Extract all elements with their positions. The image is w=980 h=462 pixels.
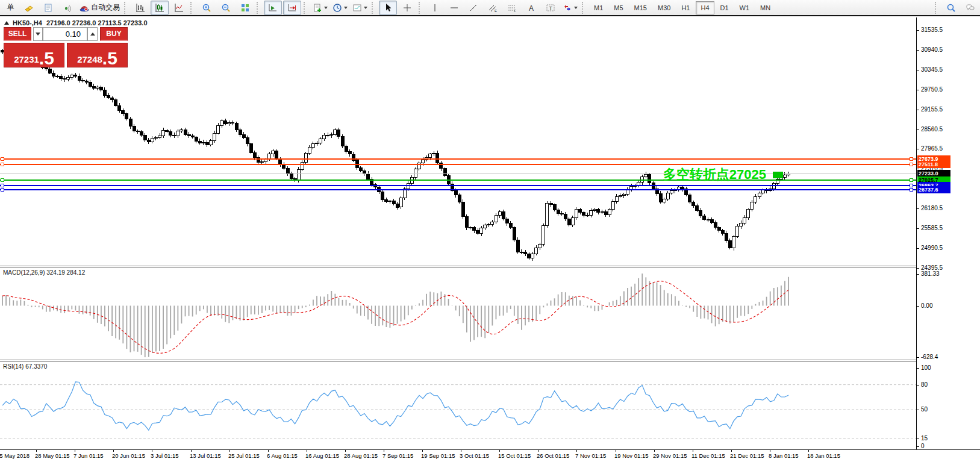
pane-splitter[interactable] [0, 360, 980, 362]
collapse-icon[interactable] [4, 21, 9, 25]
news-window-button[interactable] [39, 1, 57, 15]
buy-button[interactable]: BUY [100, 27, 128, 41]
tile-windows-button[interactable] [236, 1, 254, 15]
date-tick [422, 450, 423, 452]
volume-decrease-button[interactable] [33, 27, 43, 41]
axis-tick [917, 274, 919, 275]
date-label: 13 Jul 01:15 [190, 452, 221, 459]
date-tick [576, 450, 577, 452]
signals-icon [63, 3, 72, 13]
timeframe-mn-button[interactable]: MN [755, 1, 775, 14]
vertical-line-button[interactable] [426, 1, 444, 15]
date-label: 7 Sep 01:15 [382, 452, 413, 459]
date-label: 3 Oct 01:15 [460, 452, 489, 459]
price-axis-label: 25585.5 [921, 225, 943, 231]
arrows-button[interactable] [561, 1, 579, 15]
text-label-icon: T [546, 3, 555, 13]
svg-text:F: F [514, 9, 516, 13]
price-axis-label: 30940.5 [921, 46, 943, 53]
timeframe-h4-button[interactable]: H4 [696, 1, 714, 14]
periods-icon [332, 3, 342, 13]
periods-button[interactable] [331, 1, 349, 15]
date-tick [229, 450, 230, 452]
timeframe-w1-button[interactable]: W1 [735, 1, 755, 14]
axis-tick [917, 50, 919, 51]
chart-shift-button[interactable] [283, 1, 301, 15]
price-tag: 26737.6 [917, 186, 950, 193]
date-tick [808, 450, 809, 452]
horizontal-line-button[interactable] [445, 1, 463, 15]
chat-button[interactable] [961, 1, 979, 15]
line-chart-button[interactable] [170, 1, 188, 15]
timeframe-d1-button[interactable]: D1 [716, 1, 734, 14]
axis-tick [917, 208, 919, 209]
pivot-annotation[interactable]: 多空转折点27025 [663, 167, 766, 182]
date-label: 28 Aug 01:15 [344, 452, 378, 459]
bar-chart-button[interactable] [131, 1, 149, 15]
news-window-icon [43, 3, 53, 13]
tile-windows-icon [240, 3, 250, 13]
zoom-out-button[interactable] [217, 1, 235, 15]
timeframe-m15-button[interactable]: M15 [629, 1, 652, 14]
price-axis-label: 29155.5 [921, 106, 943, 113]
price-axis[interactable]: 31535.530940.530345.529750.529155.528560… [916, 17, 980, 449]
date-tick [75, 450, 75, 452]
equidistant-channel-button[interactable]: E [484, 1, 502, 15]
rsi-pane-canvas[interactable] [0, 362, 916, 449]
date-tick [268, 450, 269, 452]
chart-window[interactable]: 多空转折点27025 HK50-,H4 27196.0 27236.0 2711… [0, 17, 980, 462]
ohlc-values: 27196.0 27236.0 27113.5 27233.0 [46, 19, 148, 27]
chart-ohlc-header: HK50-,H4 27196.0 27236.0 27113.5 27233.0 [4, 19, 152, 27]
cursor-button[interactable] [379, 1, 397, 15]
date-label: 18 Jan 01:15 [807, 452, 840, 459]
buy-marker[interactable] [773, 172, 783, 178]
rsi-axis-label: 0 [921, 443, 925, 449]
symbol-timeframe: HK50-,H4 [13, 19, 42, 27]
volume-increase-button[interactable] [87, 27, 98, 41]
indicators-button[interactable] [311, 1, 329, 15]
date-label: 28 May 01:15 [35, 452, 70, 459]
price-tag: 27511.8 [917, 161, 950, 168]
toolbar-separator [304, 2, 308, 14]
text-icon: A [526, 3, 536, 13]
macd-pane-canvas[interactable] [0, 268, 916, 360]
templates-button[interactable] [351, 1, 369, 15]
date-axis[interactable]: 15 May 201828 May 01:157 Jun 01:1520 Jun… [0, 449, 980, 462]
timeframe-m1-button[interactable]: M1 [589, 1, 608, 14]
trendline-button[interactable] [464, 1, 482, 15]
order-fragment-button[interactable]: 单 [1, 1, 19, 15]
chevron-down-icon [364, 7, 367, 9]
timeframe-m5-button[interactable]: M5 [609, 1, 628, 14]
axis-tick [917, 357, 919, 358]
volume-input[interactable] [43, 27, 87, 41]
pane-splitter[interactable] [0, 266, 980, 268]
date-tick [307, 450, 307, 452]
fibonacci-button[interactable]: F [503, 1, 521, 15]
candlestick-chart-button[interactable] [151, 1, 169, 15]
gold-chart-button[interactable] [20, 1, 38, 15]
text-label-button[interactable]: T [541, 1, 560, 15]
buy-price: 27248 [77, 54, 102, 67]
auto-trading-button[interactable]: 自动交易 [78, 1, 122, 15]
auto-scroll-button[interactable] [264, 1, 282, 15]
crosshair-button[interactable] [398, 1, 416, 15]
chart-shift-icon [287, 3, 297, 13]
vertical-line-icon [430, 3, 440, 13]
axis-tick [917, 268, 919, 269]
one-click-trade-panel: SELL BUY 27231 .5 27248 .5 [4, 27, 128, 67]
text-button[interactable]: A [522, 1, 540, 15]
axis-tick [917, 410, 919, 410]
rsi-levels [0, 385, 916, 439]
timeframe-m30-button[interactable]: M30 [653, 1, 675, 14]
sell-price-box[interactable]: 27231 .5 [4, 43, 64, 67]
price-pane-canvas[interactable]: 多空转折点27025 [0, 17, 916, 266]
axis-tick [917, 130, 919, 130]
sell-button[interactable]: SELL [4, 27, 31, 41]
timeframe-h1-button[interactable]: H1 [676, 1, 694, 14]
toolbar-separator [190, 2, 195, 14]
signals-button[interactable] [58, 1, 76, 15]
search-button[interactable] [942, 1, 960, 15]
line-chart-icon [174, 3, 184, 13]
buy-price-box[interactable]: 27248 .5 [67, 43, 128, 67]
zoom-in-button[interactable] [198, 1, 216, 15]
